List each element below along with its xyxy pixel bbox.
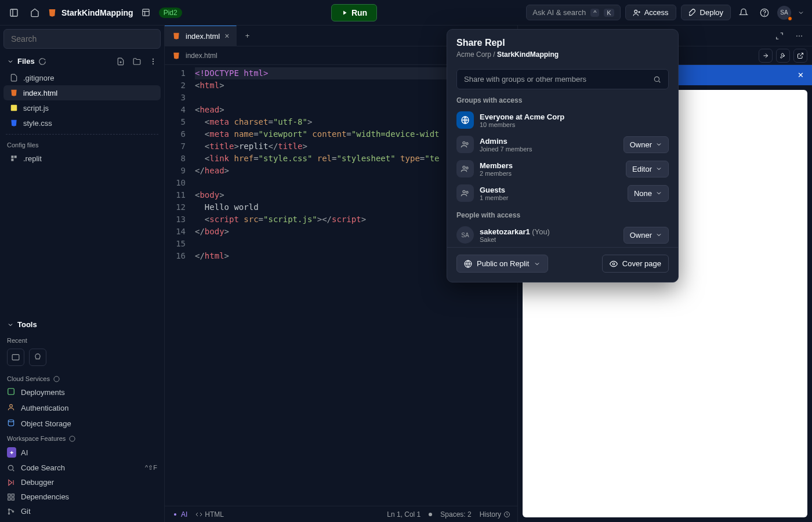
- file-script.js[interactable]: script.js: [3, 100, 161, 115]
- avatar-initials: SA: [780, 9, 788, 16]
- status-history[interactable]: History: [480, 510, 510, 519]
- database-icon[interactable]: [138, 5, 154, 21]
- go-icon[interactable]: [759, 49, 773, 63]
- info-icon: [69, 436, 75, 442]
- svg-rect-0: [10, 9, 17, 16]
- file-style.css[interactable]: style.css: [3, 115, 161, 130]
- globe-icon: [464, 260, 472, 268]
- role-dropdown[interactable]: Owner: [624, 227, 669, 244]
- svg-line-26: [13, 469, 14, 470]
- add-tab-button[interactable]: +: [237, 26, 258, 46]
- svg-line-44: [659, 81, 660, 82]
- avatar-status-dot: [788, 16, 792, 21]
- sidebar-toggle-icon[interactable]: [6, 5, 22, 21]
- cloud-authentication[interactable]: Authentication: [3, 400, 161, 416]
- svg-point-34: [8, 513, 9, 514]
- topbar: StarkKindMapping Pid2 Run Ask AI & searc…: [0, 0, 812, 26]
- status-spaces[interactable]: Spaces: 2: [440, 510, 471, 519]
- new-file-icon[interactable]: [117, 57, 125, 66]
- access-button[interactable]: Access: [625, 5, 676, 20]
- project-name[interactable]: StarkKindMapping: [61, 8, 133, 17]
- ask-ai-search[interactable]: Ask AI & search ^ K: [526, 5, 620, 20]
- main: Files .gitignoreindex.htmlscript.jsstyle…: [0, 26, 812, 522]
- config-label: Config files: [3, 138, 161, 151]
- more-vertical-icon[interactable]: [149, 57, 157, 66]
- visibility-button[interactable]: Public on Replit: [456, 255, 548, 273]
- close-icon[interactable]: ✕: [798, 71, 804, 79]
- ws-code-search[interactable]: Code Search^⇧F: [3, 461, 161, 475]
- role-dropdown[interactable]: None: [628, 185, 669, 202]
- status-ai[interactable]: AI: [172, 510, 187, 519]
- status-position[interactable]: Ln 1, Col 1: [387, 510, 420, 519]
- new-folder-icon[interactable]: [133, 57, 141, 66]
- deploy-button[interactable]: Deploy: [681, 5, 731, 20]
- file-.replit[interactable]: .replit: [3, 151, 161, 166]
- expand-icon[interactable]: [771, 28, 788, 44]
- ws-git[interactable]: Git: [3, 504, 161, 519]
- svg-point-5: [635, 10, 637, 13]
- share-everyone-row: Everyone at Acme Corp 10 members: [456, 108, 669, 132]
- chevron-down-icon[interactable]: [796, 5, 806, 21]
- ws-debugger[interactable]: Debugger: [3, 475, 161, 490]
- close-icon[interactable]: ×: [224, 31, 229, 41]
- kbd-ctrl: ^: [590, 9, 599, 17]
- files-header[interactable]: Files: [3, 52, 161, 70]
- console-tool[interactable]: [7, 349, 24, 366]
- home-icon[interactable]: [27, 5, 43, 21]
- line-gutter: 12345678910111213141516: [165, 65, 193, 506]
- share-search[interactable]: Share with groups or other members: [456, 69, 669, 89]
- run-button[interactable]: Run: [331, 4, 377, 21]
- svg-rect-32: [12, 498, 14, 500]
- svg-point-51: [466, 191, 468, 193]
- shell-tool[interactable]: [29, 349, 46, 366]
- svg-point-36: [174, 513, 176, 516]
- svg-point-38: [796, 35, 798, 37]
- svg-point-46: [463, 142, 465, 144]
- svg-rect-17: [14, 155, 17, 158]
- svg-point-50: [463, 190, 465, 193]
- ws-ai[interactable]: ✦AI: [3, 444, 161, 461]
- person-avatar: SA: [456, 226, 474, 244]
- more-horizontal-icon[interactable]: [791, 28, 807, 44]
- svg-point-20: [54, 376, 59, 381]
- external-link-icon[interactable]: [793, 49, 807, 63]
- role-dropdown[interactable]: Owner: [624, 136, 669, 153]
- bell-icon[interactable]: [735, 5, 752, 21]
- sidebar-search-input[interactable]: [3, 29, 161, 49]
- file-.gitignore[interactable]: .gitignore: [3, 70, 161, 85]
- svg-point-9: [764, 14, 765, 15]
- breadcrumb-text: index.html: [186, 52, 217, 60]
- cover-page-button[interactable]: Cover page: [602, 255, 669, 273]
- tab-index-html[interactable]: index.html ×: [165, 26, 237, 46]
- file-list: .gitignoreindex.htmlscript.jsstyle.css: [3, 70, 161, 130]
- svg-rect-2: [143, 9, 149, 16]
- cloud-deployments[interactable]: Deployments: [3, 385, 161, 400]
- wrench-icon[interactable]: [776, 49, 790, 63]
- svg-point-39: [799, 35, 800, 37]
- recent-tools: [3, 346, 161, 372]
- share-group-members: Members2 membersEditor: [456, 157, 669, 181]
- everyone-sub: 10 members: [480, 121, 669, 128]
- svg-point-49: [466, 167, 468, 169]
- svg-point-22: [10, 404, 13, 407]
- svg-rect-29: [8, 494, 10, 496]
- share-groups-section: Groups with access Everyone at Acme Corp…: [447, 96, 678, 247]
- svg-point-25: [8, 465, 13, 470]
- user-avatar[interactable]: SA: [777, 6, 791, 20]
- share-groups-list: AdminsJoined 7 membersOwner Members2 mem…: [456, 132, 669, 205]
- role-dropdown[interactable]: Editor: [626, 161, 669, 177]
- cloud-object-storage[interactable]: Object Storage: [3, 416, 161, 432]
- file-index.html[interactable]: index.html: [3, 85, 161, 100]
- status-lang[interactable]: HTML: [195, 510, 224, 519]
- search-icon: [653, 75, 661, 84]
- tools-header[interactable]: Tools: [3, 316, 161, 334]
- svg-line-42: [800, 53, 803, 56]
- groups-label: Groups with access: [456, 96, 669, 104]
- cloud-label: Cloud Services: [3, 372, 161, 385]
- rocket-icon: [688, 9, 697, 17]
- ws-dependencies[interactable]: Dependencies: [3, 490, 161, 504]
- svg-point-13: [153, 61, 153, 61]
- share-footer: Public on Replit Cover page: [447, 247, 678, 282]
- kbd-k: K: [604, 9, 614, 17]
- help-icon[interactable]: [756, 5, 773, 21]
